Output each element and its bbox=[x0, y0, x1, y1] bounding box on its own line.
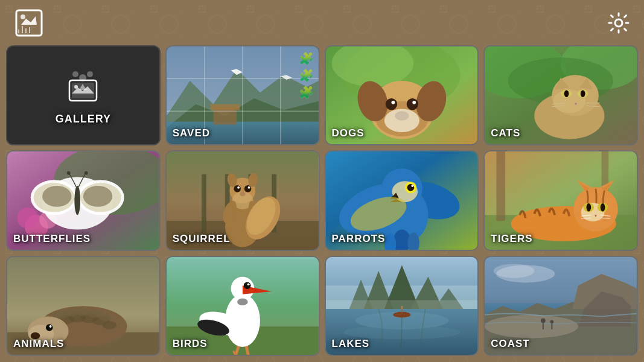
svg-point-135 bbox=[46, 324, 53, 331]
svg-point-63 bbox=[84, 171, 88, 175]
svg-point-60 bbox=[83, 186, 112, 207]
svg-point-4 bbox=[72, 71, 78, 77]
svg-point-113 bbox=[601, 203, 605, 212]
tigers-label: TIGERS bbox=[485, 228, 637, 250]
svg-point-151 bbox=[247, 283, 249, 285]
svg-rect-66 bbox=[202, 174, 206, 233]
tile-dogs[interactable]: DOGS bbox=[325, 45, 479, 145]
parrots-label: PARROTS bbox=[326, 228, 478, 250]
logo-button[interactable] bbox=[12, 6, 45, 39]
svg-point-94 bbox=[411, 185, 413, 187]
gallery-content: GALLERY bbox=[7, 46, 159, 144]
svg-point-28 bbox=[412, 101, 416, 104]
svg-point-2 bbox=[615, 19, 622, 27]
tile-coast[interactable]: COAST bbox=[483, 256, 638, 356]
svg-rect-101 bbox=[497, 151, 506, 221]
butterflies-label: BUTTERFLIES bbox=[7, 228, 159, 250]
svg-point-136 bbox=[49, 325, 52, 328]
settings-button[interactable] bbox=[605, 9, 632, 36]
svg-point-76 bbox=[244, 185, 252, 192]
svg-point-53 bbox=[17, 208, 38, 229]
svg-point-152 bbox=[237, 298, 247, 305]
svg-point-78 bbox=[247, 186, 250, 189]
tile-animals[interactable]: ANIMALS bbox=[6, 256, 161, 356]
saved-label: SAVED bbox=[167, 122, 319, 144]
svg-point-62 bbox=[67, 171, 71, 175]
puzzle-icons: 🧩 🧩 🧩 bbox=[299, 51, 314, 100]
gallery-icon bbox=[62, 66, 104, 108]
tile-grid: GALLERY bbox=[6, 45, 638, 356]
tile-tigers[interactable]: TIGERS bbox=[483, 150, 638, 250]
squirrel-label: SQUIRREL bbox=[167, 228, 319, 250]
lakes-label: LAKES bbox=[326, 333, 478, 355]
svg-point-168 bbox=[494, 264, 535, 278]
tile-parrots[interactable]: PARROTS bbox=[325, 150, 479, 250]
svg-rect-12 bbox=[210, 104, 239, 110]
birds-label: BIRDS bbox=[167, 333, 319, 355]
svg-point-165 bbox=[550, 320, 554, 323]
tile-gallery[interactable]: GALLERY bbox=[6, 45, 161, 145]
animals-label: ANIMALS bbox=[7, 333, 159, 355]
svg-point-26 bbox=[406, 98, 418, 110]
svg-point-127 bbox=[103, 321, 116, 329]
svg-point-27 bbox=[391, 101, 395, 104]
svg-point-59 bbox=[42, 186, 71, 207]
svg-point-5 bbox=[87, 71, 93, 77]
tile-squirrel[interactable]: SQUIRREL bbox=[165, 150, 320, 250]
svg-point-1 bbox=[21, 14, 25, 19]
tile-cats[interactable]: CATS bbox=[483, 45, 638, 145]
svg-point-42 bbox=[564, 90, 569, 97]
dogs-label: DOGS bbox=[326, 122, 478, 144]
tile-lakes[interactable]: LAKES bbox=[325, 256, 479, 356]
puzzle-icon-3: 🧩 bbox=[299, 85, 314, 100]
svg-point-61 bbox=[74, 186, 80, 215]
tile-butterflies[interactable]: BUTTERFLIES bbox=[6, 150, 161, 250]
svg-point-163 bbox=[541, 318, 546, 323]
coast-label: COAST bbox=[485, 333, 637, 355]
svg-point-43 bbox=[581, 90, 585, 97]
svg-point-132 bbox=[99, 314, 112, 321]
header bbox=[0, 0, 644, 45]
tile-saved[interactable]: 🧩 🧩 🧩 SAVED bbox=[165, 45, 320, 145]
gallery-label: GALLERY bbox=[56, 113, 111, 125]
puzzle-icon-1: 🧩 bbox=[299, 51, 314, 66]
svg-point-150 bbox=[244, 282, 251, 289]
svg-point-75 bbox=[234, 185, 241, 192]
cats-label: CATS bbox=[485, 122, 637, 144]
puzzle-icon-2: 🧩 bbox=[299, 68, 314, 83]
tile-birds[interactable]: BIRDS bbox=[165, 256, 320, 356]
svg-point-112 bbox=[587, 203, 591, 212]
svg-point-25 bbox=[385, 98, 397, 110]
svg-point-77 bbox=[237, 186, 240, 189]
